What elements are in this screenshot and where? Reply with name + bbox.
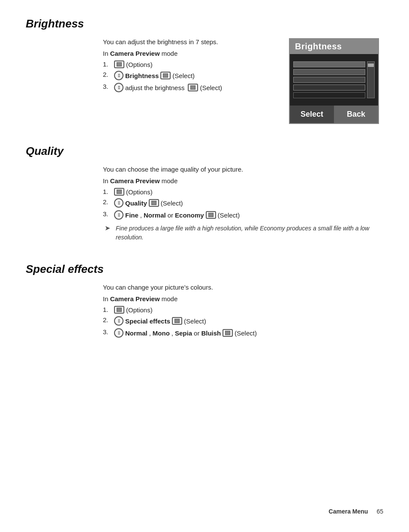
brightness-bar-3 (293, 77, 365, 83)
special-effects-step-3: 3. Normal, Mono, Sepia or Bluish (Select… (103, 328, 383, 338)
brightness-bar-5 (293, 92, 365, 98)
scroll-icon-3 (114, 198, 123, 208)
select-icon-5 (172, 317, 182, 325)
quality-title: Quality (26, 145, 383, 158)
quality-note: ➤ Fine produces a large file with a high… (105, 224, 383, 242)
select-icon-2 (188, 84, 198, 91)
brightness-bar-2 (293, 69, 365, 75)
footer-page: 65 (376, 508, 383, 515)
quality-mode-label: In Camera Preview mode (103, 177, 383, 184)
quality-section: Quality You can choose the image quality… (26, 145, 383, 242)
special-effects-step-1: 1. (Options) (103, 306, 383, 314)
brightness-inner: You can adjust the brightness in 7 steps… (103, 38, 383, 124)
brightness-slider-track (367, 61, 375, 98)
page: Brightness You can adjust the brightness… (0, 0, 409, 384)
special-effects-mode-name: Camera Preview (110, 295, 160, 302)
quality-mode-name: Camera Preview (110, 177, 160, 184)
scroll-icon-5 (114, 316, 123, 326)
select-icon-1 (160, 72, 171, 79)
special-effects-description: You can change your picture’s colours. (103, 284, 383, 291)
brightness-content: You can adjust the brightness in 7 steps… (103, 38, 383, 124)
quality-step-3: 3. Fine, Normal or Economy (Select) (103, 210, 383, 220)
select-icon-6 (223, 329, 233, 337)
options-icon-2 (114, 188, 124, 196)
brightness-step-3: 3. adjust the brightness (Select) (103, 83, 276, 92)
brightness-slider-thumb (368, 63, 374, 67)
brightness-step-2: 2. Brightness (Select) (103, 71, 276, 80)
scroll-icon-4 (114, 210, 123, 220)
brightness-steps-list: 1. (Options) 2. Brightness (103, 60, 276, 92)
brightness-mode-name: Camera Preview (110, 50, 160, 57)
scroll-icon-6 (114, 328, 123, 338)
special-effects-step-2: 2. Special effects (Select) (103, 316, 383, 326)
brightness-step-1: 1. (Options) (103, 60, 276, 68)
brightness-screen-inner (293, 61, 375, 98)
brightness-bar-1 (293, 61, 365, 67)
quality-steps-list: 1. (Options) 2. Quality (Select) (103, 188, 383, 220)
brightness-ui-buttons: Select Back (290, 106, 378, 123)
brightness-bar-4 (293, 85, 365, 91)
special-effects-steps-list: 1. (Options) 2. Special effects (Select) (103, 306, 383, 338)
brightness-steps-col: You can adjust the brightness in 7 steps… (103, 38, 276, 124)
quality-step-2: 2. Quality (Select) (103, 198, 383, 208)
brightness-ui-title: Brightness (290, 39, 378, 54)
brightness-description: You can adjust the brightness in 7 steps… (103, 38, 276, 45)
brightness-ui-screen (290, 54, 378, 106)
options-icon-3 (114, 306, 124, 314)
scroll-icon-1 (114, 71, 123, 80)
special-effects-section: Special effects You can change your pict… (26, 263, 383, 338)
quality-step-1: 1. (Options) (103, 188, 383, 196)
special-effects-title: Special effects (26, 263, 383, 276)
note-arrow-icon: ➤ (105, 224, 112, 232)
scroll-icon-2 (114, 83, 123, 92)
brightness-bars-col (293, 61, 365, 98)
brightness-ui: Brightness (289, 38, 379, 124)
brightness-image-col: Brightness (289, 38, 383, 124)
quality-content: You can choose the image quality of your… (103, 166, 383, 242)
footer-label: Camera Menu (329, 508, 368, 515)
quality-description: You can choose the image quality of your… (103, 166, 383, 173)
brightness-select-button[interactable]: Select (290, 106, 334, 123)
select-icon-3 (149, 199, 159, 207)
brightness-section: Brightness You can adjust the brightness… (26, 17, 383, 124)
select-icon-4 (206, 211, 216, 219)
brightness-back-button[interactable]: Back (334, 106, 378, 123)
footer: Camera Menu 65 (329, 508, 383, 515)
special-effects-content: You can change your picture’s colours. I… (103, 284, 383, 338)
options-icon-1 (114, 60, 124, 68)
quality-note-text: Fine produces a large file with a high r… (116, 224, 383, 242)
brightness-mode-label: In Camera Preview mode (103, 50, 276, 57)
special-effects-mode-label: In Camera Preview mode (103, 295, 383, 302)
brightness-title: Brightness (26, 17, 383, 30)
